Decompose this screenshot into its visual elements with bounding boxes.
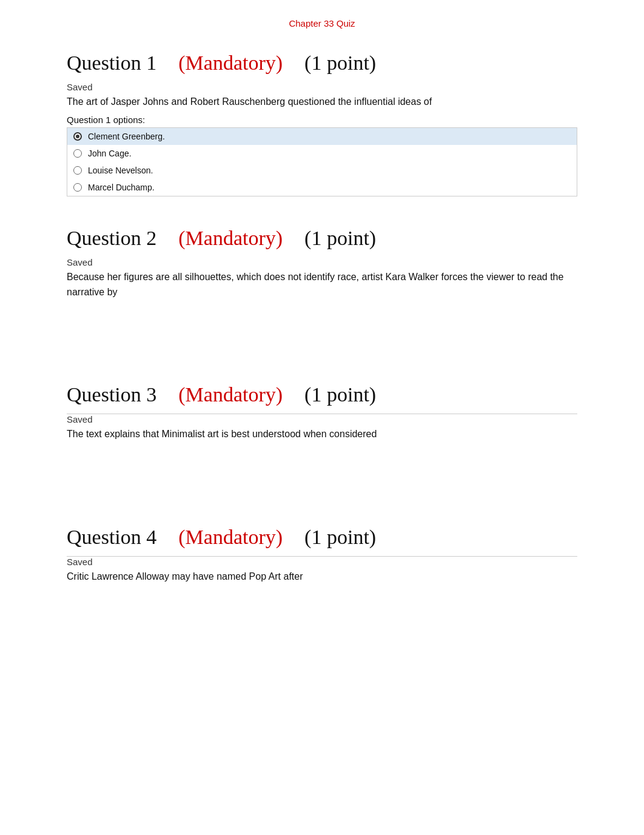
question-2-text: Because her figures are all silhouettes,…: [67, 270, 577, 300]
question-4-spacer: [67, 589, 577, 638]
question-1-text: The art of Jasper Johns and Robert Rausc…: [67, 95, 577, 110]
question-2-header: Question 2(Mandatory)(1 point): [67, 221, 577, 250]
question-4-number: Question 4: [67, 526, 156, 549]
question-1-options-label: Question 1 options:: [67, 115, 577, 125]
question-1-option-3-radio[interactable]: [73, 183, 82, 192]
question-3: Question 3(Mandatory)(1 point)SavedThe t…: [67, 377, 577, 495]
page-title: Chapter 33 Quiz: [67, 18, 577, 29]
question-1-option-0[interactable]: Clement Greenberg.: [67, 128, 577, 145]
question-1-option-2-label: Louise Nevelson.: [88, 166, 153, 175]
question-2: Question 2(Mandatory)(1 point)SavedBecau…: [67, 221, 577, 354]
question-1-option-1[interactable]: John Cage.: [67, 145, 577, 162]
question-1-options-list: Clement Greenberg.John Cage.Louise Nevel…: [67, 127, 577, 196]
question-2-number: Question 2: [67, 227, 156, 250]
question-1: Question 1(Mandatory)(1 point)SavedThe a…: [67, 45, 577, 196]
question-2-saved: Saved: [67, 257, 577, 267]
question-3-mandatory: (Mandatory): [178, 383, 283, 406]
question-2-spacer: [67, 304, 577, 353]
question-1-option-2[interactable]: Louise Nevelson.: [67, 162, 577, 179]
question-1-option-3-label: Marcel Duchamp.: [88, 183, 155, 192]
question-1-header: Question 1(Mandatory)(1 point): [67, 45, 577, 75]
question-1-option-1-label: John Cage.: [88, 149, 132, 158]
question-2-points: (1 point): [304, 227, 376, 250]
question-1-option-0-label: Clement Greenberg.: [88, 132, 165, 141]
question-3-points: (1 point): [304, 383, 376, 406]
question-3-saved: Saved: [67, 414, 577, 424]
questions-container: Question 1(Mandatory)(1 point)SavedThe a…: [67, 45, 577, 638]
question-3-header: Question 3(Mandatory)(1 point): [67, 377, 577, 406]
question-1-mandatory: (Mandatory): [178, 52, 283, 75]
question-1-number: Question 1: [67, 52, 156, 75]
question-1-option-1-radio[interactable]: [73, 149, 82, 158]
question-1-option-2-radio[interactable]: [73, 166, 82, 175]
question-3-spacer: [67, 447, 577, 495]
question-3-text: The text explains that Minimalist art is…: [67, 427, 577, 442]
question-2-mandatory: (Mandatory): [178, 227, 283, 250]
question-4-mandatory: (Mandatory): [178, 526, 283, 549]
question-1-points: (1 point): [304, 52, 376, 75]
question-4: Question 4(Mandatory)(1 point)SavedCriti…: [67, 520, 577, 638]
question-4-header: Question 4(Mandatory)(1 point): [67, 520, 577, 549]
question-1-option-0-radio[interactable]: [73, 132, 82, 141]
question-4-text: Critic Lawrence Alloway may have named P…: [67, 569, 577, 585]
question-3-number: Question 3: [67, 383, 156, 406]
question-4-points: (1 point): [304, 526, 376, 549]
question-4-saved: Saved: [67, 557, 577, 567]
question-1-option-3[interactable]: Marcel Duchamp.: [67, 179, 577, 196]
question-1-saved: Saved: [67, 82, 577, 92]
